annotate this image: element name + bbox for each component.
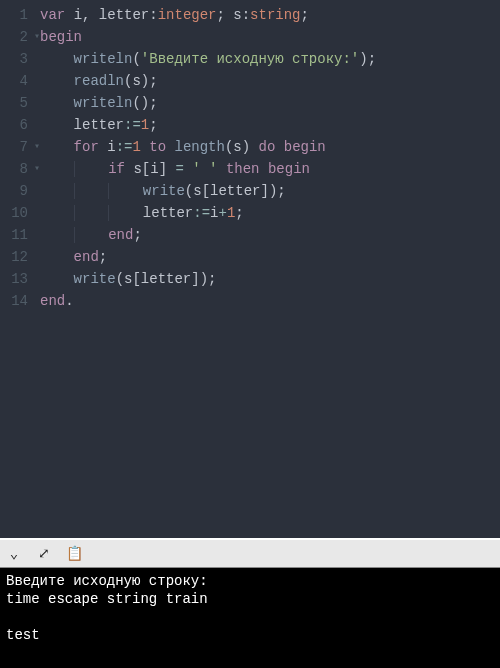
line-code[interactable]: writeln(); — [40, 92, 158, 114]
token-punct: , — [82, 7, 99, 23]
line-code[interactable]: if s[i] = ' ' then begin — [40, 158, 310, 180]
token-kw: begin — [268, 161, 310, 177]
token-kw: end — [108, 227, 133, 243]
line-number: 5 — [0, 92, 40, 114]
line-number: 4 — [0, 70, 40, 92]
line-code[interactable]: write(s[letter]); — [40, 180, 286, 202]
token-ident: i — [107, 139, 115, 155]
token-ident: i — [74, 7, 82, 23]
line-code[interactable]: write(s[letter]); — [40, 268, 216, 290]
code-line[interactable]: 6 letter:=1; — [0, 114, 500, 136]
line-code[interactable]: end; — [40, 246, 107, 268]
line-code[interactable]: end. — [40, 290, 74, 312]
token-func: writeln — [74, 95, 133, 111]
token-punct: ) — [242, 139, 259, 155]
expand-icon[interactable]: ⤢ — [36, 546, 52, 562]
clipboard-icon[interactable]: 📋 — [66, 546, 82, 562]
token-kw: begin — [284, 139, 326, 155]
token-func: write — [143, 183, 185, 199]
collapse-icon[interactable]: ⌄ — [6, 546, 22, 562]
token-kw: end — [40, 293, 65, 309]
line-number: 12 — [0, 246, 40, 268]
token-kw: if — [108, 161, 125, 177]
token-ident: s — [233, 139, 241, 155]
line-number: 10 — [0, 202, 40, 224]
line-number: 14 — [0, 290, 40, 312]
token-num: 1 — [141, 117, 149, 133]
token-kw: then — [226, 161, 260, 177]
token-punct — [260, 161, 268, 177]
line-code[interactable]: var i, letter:integer; s:string; — [40, 4, 309, 26]
token-punct: ; — [301, 7, 309, 23]
token-kw: to — [149, 139, 166, 155]
code-line[interactable]: 3 writeln('Введите исходную строку:'); — [0, 48, 500, 70]
token-ident: letter — [141, 271, 191, 287]
code-line[interactable]: 1var i, letter:integer; s:string; — [0, 4, 500, 26]
token-func: length — [174, 139, 224, 155]
token-str: 'Введите исходную строку:' — [141, 51, 359, 67]
line-code[interactable]: end; — [40, 224, 142, 246]
code-line[interactable]: 5 writeln(); — [0, 92, 500, 114]
code-line[interactable]: 7 for i:=1 to length(s) do begin — [0, 136, 500, 158]
line-code[interactable]: writeln('Введите исходную строку:'); — [40, 48, 376, 70]
code-line[interactable]: 12 end; — [0, 246, 500, 268]
token-type: string — [250, 7, 300, 23]
token-punct — [218, 161, 226, 177]
token-punct: ( — [116, 271, 124, 287]
code-editor[interactable]: 1var i, letter:integer; s:string;2begin3… — [0, 0, 500, 538]
token-punct: [ — [132, 271, 140, 287]
token-oper: + — [218, 205, 226, 221]
line-number: 2 — [0, 26, 40, 48]
code-line[interactable]: 13 write(s[letter]); — [0, 268, 500, 290]
line-number: 1 — [0, 4, 40, 26]
line-number: 3 — [0, 48, 40, 70]
token-punct: ; — [235, 205, 243, 221]
line-number: 6 — [0, 114, 40, 136]
token-punct: ; — [133, 227, 141, 243]
token-ident: s — [133, 161, 141, 177]
token-oper: = — [175, 161, 183, 177]
code-line[interactable]: 14end. — [0, 290, 500, 312]
line-number: 13 — [0, 268, 40, 290]
token-kw: do — [259, 139, 276, 155]
line-code[interactable]: readln(s); — [40, 70, 158, 92]
token-punct: (); — [132, 95, 157, 111]
token-punct: ]); — [191, 271, 216, 287]
token-kw: begin — [40, 29, 82, 45]
token-ident: s — [233, 7, 241, 23]
token-punct: : — [149, 7, 157, 23]
token-punct: : — [242, 7, 250, 23]
token-punct — [65, 7, 73, 23]
console-output: Введите исходную строку: time escape str… — [0, 568, 500, 668]
token-punct — [275, 139, 283, 155]
line-code[interactable]: for i:=1 to length(s) do begin — [40, 136, 326, 158]
token-punct: ; — [216, 7, 233, 23]
token-type: integer — [158, 7, 217, 23]
code-line[interactable]: 9 write(s[letter]); — [0, 180, 500, 202]
token-punct: ( — [185, 183, 193, 199]
token-punct: ); — [359, 51, 376, 67]
line-code[interactable]: begin — [40, 26, 82, 48]
token-func: writeln — [74, 51, 133, 67]
token-punct: ); — [141, 73, 158, 89]
code-line[interactable]: 2begin — [0, 26, 500, 48]
code-line[interactable]: 4 readln(s); — [0, 70, 500, 92]
token-ident: letter — [99, 7, 149, 23]
token-punct: ; — [149, 117, 157, 133]
line-code[interactable]: letter:=1; — [40, 114, 158, 136]
token-punct: ( — [132, 51, 140, 67]
token-oper: := — [116, 139, 133, 155]
line-number: 9 — [0, 180, 40, 202]
token-ident: letter — [210, 183, 260, 199]
token-ident: s — [132, 73, 140, 89]
token-oper: := — [124, 117, 141, 133]
line-code[interactable]: letter:=i+1; — [40, 202, 244, 224]
token-ident: i — [150, 161, 158, 177]
token-func: readln — [74, 73, 124, 89]
code-line[interactable]: 10 letter:=i+1; — [0, 202, 500, 224]
console-toolbar: ⌄ ⤢ 📋 — [0, 538, 500, 568]
line-number: 11 — [0, 224, 40, 246]
code-line[interactable]: 11 end; — [0, 224, 500, 246]
code-line[interactable]: 8 if s[i] = ' ' then begin — [0, 158, 500, 180]
token-punct: [ — [202, 183, 210, 199]
